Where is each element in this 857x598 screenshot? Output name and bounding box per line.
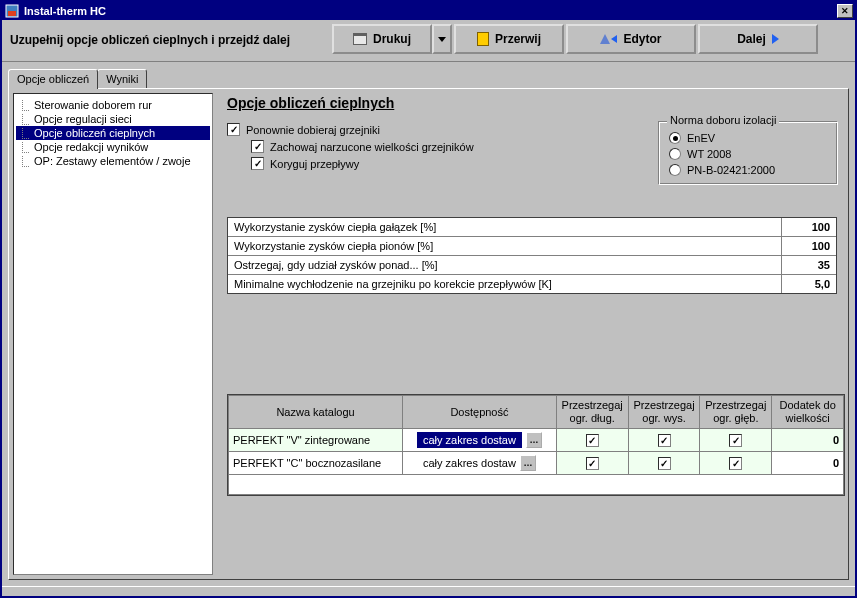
catalog-limh-0[interactable] (628, 429, 700, 452)
radio-pnb-row: PN-B-02421:2000 (669, 162, 827, 178)
tab-strip: Opcje obliczeń Wyniki (8, 66, 849, 88)
insulation-norm-legend: Norma doboru izolacji (667, 114, 779, 126)
check-redo-radiators[interactable] (227, 123, 240, 136)
catalog-row-0[interactable]: PERFEKT "V" zintegrowane cały zakres dos… (229, 429, 844, 452)
check-keep-forced-label: Zachowaj narzucone wielkości grzejników (270, 141, 474, 153)
tab-results[interactable]: Wyniki (97, 69, 147, 88)
check-correct-flows[interactable] (251, 157, 264, 170)
app-icon (4, 3, 20, 19)
editor-button[interactable]: Edytor (566, 24, 696, 54)
catalog-avail-1-text: cały zakres dostaw (423, 457, 516, 469)
catalog-name-0: PERFEKT "V" zintegrowane (229, 429, 403, 452)
radio-enev-row: EnEV (669, 130, 827, 146)
check-keep-forced[interactable] (251, 140, 264, 153)
col-lim-d: Przestrzegaj ogr. głęb. (700, 396, 772, 429)
tree-item-thermal[interactable]: Opcje obliczeń cieplnych (16, 126, 210, 140)
next-button[interactable]: Dalej (698, 24, 818, 54)
window-title: Instal-therm HC (24, 5, 837, 17)
catalog-table: Nazwa katalogu Dostępność Przestrzegaj o… (227, 394, 845, 496)
col-addon: Dodatek do wielkości (772, 396, 844, 429)
catalog-limd-1[interactable] (700, 452, 772, 475)
print-button[interactable]: Drukuj (332, 24, 432, 54)
tree-item-sets[interactable]: OP: Zestawy elementów / zwoje (16, 154, 210, 168)
tree-item-network[interactable]: Opcje regulacji sieci (16, 112, 210, 126)
param-row-2: Ostrzegaj, gdy udział zysków ponad... [%… (228, 256, 836, 275)
param-table: Wykorzystanie zysków ciepła gałązek [%] … (227, 217, 837, 294)
radio-wt2008[interactable] (669, 148, 681, 160)
check-correct-flows-row: Koryguj przepływy (227, 155, 638, 172)
catalog-avail-0[interactable]: cały zakres dostaw … (403, 429, 557, 452)
catalog-limlen-0[interactable] (556, 429, 628, 452)
tree-item-results-edit[interactable]: Opcje redakcji wyników (16, 140, 210, 154)
radio-enev[interactable] (669, 132, 681, 144)
param-row-0: Wykorzystanie zysków ciepła gałązek [%] … (228, 218, 836, 237)
param-label-1: Wykorzystanie zysków ciepła pionów [%] (228, 237, 782, 255)
radio-pnb-label: PN-B-02421:2000 (687, 164, 775, 176)
svg-rect-1 (8, 11, 16, 16)
header-instruction: Uzupełnij opcje obliczeń cieplnych i prz… (2, 20, 332, 61)
catalog-header-row: Nazwa katalogu Dostępność Przestrzegaj o… (229, 396, 844, 429)
catalog-addon-1[interactable]: 0 (772, 452, 844, 475)
catalog-blank-row (229, 475, 844, 495)
catalog-limlen-1[interactable] (556, 452, 628, 475)
catalog-row-1[interactable]: PERFEKT "C" bocznozasilane cały zakres d… (229, 452, 844, 475)
radio-pnb[interactable] (669, 164, 681, 176)
interrupt-button[interactable]: Przerwij (454, 24, 564, 54)
options-row: Ponownie dobieraj grzejniki Zachowaj nar… (227, 121, 838, 185)
section-title: Opcje obliczeń cieplnych (227, 95, 838, 111)
col-lim-h: Przestrzegaj ogr. wys. (628, 396, 700, 429)
options-checks: Ponownie dobieraj grzejniki Zachowaj nar… (227, 121, 638, 172)
stop-icon (477, 32, 489, 46)
title-bar: Instal-therm HC ✕ (2, 2, 855, 20)
param-value-1[interactable]: 100 (782, 237, 836, 255)
body-area: Opcje obliczeń Wyniki Sterowanie doborem… (2, 62, 855, 586)
arrow-right-icon (772, 34, 779, 44)
param-label-0: Wykorzystanie zysków ciepła gałązek [%] (228, 218, 782, 236)
catalog-avail-1[interactable]: cały zakres dostaw … (403, 452, 557, 475)
catalog-limh-1[interactable] (628, 452, 700, 475)
tree-item-pipes[interactable]: Sterowanie doborem rur (16, 98, 210, 112)
col-lim-len: Przestrzegaj ogr. dług. (556, 396, 628, 429)
catalog-limd-0[interactable] (700, 429, 772, 452)
tree-pane: Sterowanie doborem rur Opcje regulacji s… (13, 93, 213, 575)
insulation-norm-group: Norma doboru izolacji EnEV WT 2008 PN-B-… (658, 121, 838, 185)
catalog-name-1: PERFEKT "C" bocznozasilane (229, 452, 403, 475)
catalog-avail-0-text: cały zakres dostaw (417, 432, 522, 448)
right-pane: Opcje obliczeń cieplnych Ponownie dobier… (217, 89, 848, 579)
radio-wt2008-row: WT 2008 (669, 146, 827, 162)
check-correct-flows-label: Koryguj przepływy (270, 158, 359, 170)
next-label: Dalej (737, 32, 766, 46)
interrupt-label: Przerwij (495, 32, 541, 46)
col-avail: Dostępność (403, 396, 557, 429)
check-redo-radiators-label: Ponownie dobieraj grzejniki (246, 124, 380, 136)
param-value-0[interactable]: 100 (782, 218, 836, 236)
header-toolbar: Uzupełnij opcje obliczeń cieplnych i prz… (2, 20, 855, 62)
tab-options[interactable]: Opcje obliczeń (8, 69, 98, 89)
editor-icon (600, 34, 617, 44)
tab-content: Sterowanie doborem rur Opcje regulacji s… (8, 88, 849, 580)
col-name: Nazwa katalogu (229, 396, 403, 429)
print-label: Drukuj (373, 32, 411, 46)
close-button[interactable]: ✕ (837, 4, 853, 18)
editor-label: Edytor (623, 32, 661, 46)
status-bar (2, 586, 855, 596)
param-label-2: Ostrzegaj, gdy udział zysków ponad... [%… (228, 256, 782, 274)
catalog-avail-1-ellipsis[interactable]: … (520, 455, 536, 471)
print-dropdown-button[interactable] (432, 24, 452, 54)
check-redo-radiators-row: Ponownie dobieraj grzejniki (227, 121, 638, 138)
catalog-addon-0[interactable]: 0 (772, 429, 844, 452)
printer-icon (353, 33, 367, 45)
catalog-avail-0-ellipsis[interactable]: … (526, 432, 542, 448)
param-value-2[interactable]: 35 (782, 256, 836, 274)
param-label-3: Minimalne wychłodzenie na grzejniku po k… (228, 275, 782, 293)
radio-enev-label: EnEV (687, 132, 715, 144)
check-keep-forced-row: Zachowaj narzucone wielkości grzejników (227, 138, 638, 155)
param-value-3[interactable]: 5,0 (782, 275, 836, 293)
param-row-3: Minimalne wychłodzenie na grzejniku po k… (228, 275, 836, 293)
app-window: Instal-therm HC ✕ Uzupełnij opcje oblicz… (0, 0, 857, 598)
radio-wt2008-label: WT 2008 (687, 148, 731, 160)
chevron-down-icon (438, 37, 446, 42)
param-row-1: Wykorzystanie zysków ciepła pionów [%] 1… (228, 237, 836, 256)
